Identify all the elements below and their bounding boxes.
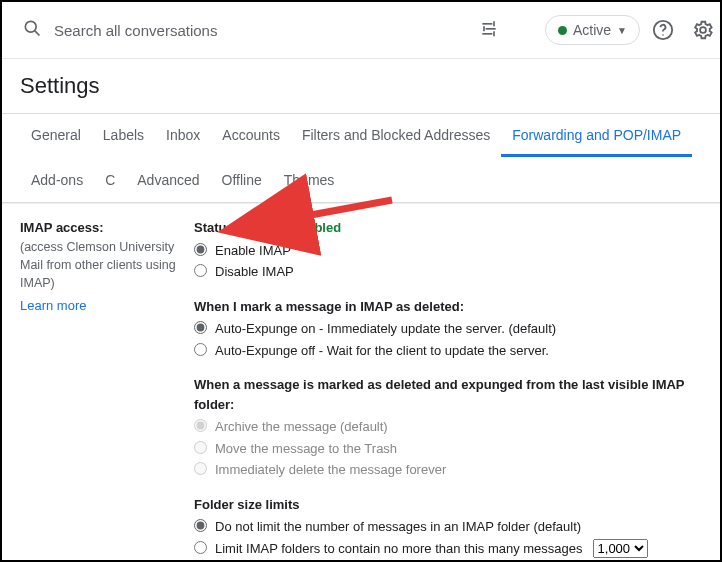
topbar: Active ▼ — [2, 2, 720, 59]
tab-c[interactable]: C — [94, 159, 126, 202]
svg-point-0 — [25, 21, 36, 32]
imap-delete-option[interactable]: Auto-Expunge on - Immediately update the… — [194, 318, 702, 340]
learn-more-link[interactable]: Learn more — [20, 296, 86, 316]
imap-folder-options: Do not limit the number of messages in a… — [194, 516, 702, 559]
delete-heading: When I mark a message in IMAP as deleted… — [194, 297, 702, 317]
folder-limit-select[interactable]: 1,000 — [593, 539, 648, 558]
settings-button[interactable] — [686, 13, 720, 47]
expunge-heading: When a message is marked as deleted and … — [194, 375, 702, 414]
imap-settings-panel: Status: IMAP is enabled Enable IMAPDisab… — [194, 218, 702, 562]
tab-inbox[interactable]: Inbox — [155, 114, 211, 157]
imap-delete-radio[interactable] — [194, 321, 207, 334]
imap-enable-option[interactable]: Enable IMAP — [194, 240, 702, 262]
imap-folder-label: Limit IMAP folders to contain no more th… — [215, 539, 583, 559]
tab-filters-and-blocked-addresses[interactable]: Filters and Blocked Addresses — [291, 114, 501, 157]
tab-offline[interactable]: Offline — [211, 159, 273, 202]
tab-accounts[interactable]: Accounts — [211, 114, 291, 157]
status-label: Active — [573, 22, 611, 38]
search-box[interactable] — [12, 10, 509, 50]
imap-enable-options: Enable IMAPDisable IMAP — [194, 240, 702, 283]
imap-expunge-radio — [194, 441, 207, 454]
chevron-down-icon: ▼ — [617, 25, 627, 36]
search-options-icon[interactable] — [479, 18, 499, 42]
imap-delete-label: Auto-Expunge on - Immediately update the… — [215, 319, 556, 339]
status-dot-icon — [558, 26, 567, 35]
imap-access-title: IMAP access: — [20, 218, 180, 238]
tab-forwarding-and-pop-imap[interactable]: Forwarding and POP/IMAP — [501, 114, 692, 157]
tab-add-ons[interactable]: Add-ons — [20, 159, 94, 202]
imap-folder-label: Do not limit the number of messages in a… — [215, 517, 581, 537]
tab-labels[interactable]: Labels — [92, 114, 155, 157]
status-active-pill[interactable]: Active ▼ — [545, 15, 640, 45]
imap-side-info: IMAP access: (access Clemson University … — [20, 218, 194, 562]
settings-tabs: GeneralLabelsInboxAccountsFilters and Bl… — [2, 113, 720, 203]
imap-delete-label: Auto-Expunge off - Wait for the client t… — [215, 341, 549, 361]
settings-content: IMAP access: (access Clemson University … — [2, 203, 720, 562]
imap-expunge-label: Move the message to the Trash — [215, 439, 397, 459]
help-button[interactable] — [646, 13, 680, 47]
svg-point-9 — [662, 34, 664, 36]
tab-themes[interactable]: Themes — [273, 159, 346, 202]
status-value: IMAP is enabled — [242, 220, 341, 235]
folder-heading: Folder size limits — [194, 495, 702, 515]
search-icon — [22, 18, 42, 42]
tab-general[interactable]: General — [20, 114, 92, 157]
imap-expunge-radio — [194, 462, 207, 475]
imap-enable-radio[interactable] — [194, 243, 207, 256]
imap-enable-radio[interactable] — [194, 264, 207, 277]
imap-enable-label: Disable IMAP — [215, 262, 294, 282]
tab-advanced[interactable]: Advanced — [126, 159, 210, 202]
imap-delete-option[interactable]: Auto-Expunge off - Wait for the client t… — [194, 340, 702, 362]
imap-expunge-label: Archive the message (default) — [215, 417, 388, 437]
svg-line-1 — [35, 31, 40, 36]
window-frame: { "topbar": { "search_placeholder": "Sea… — [0, 0, 722, 562]
search-input[interactable] — [52, 21, 479, 40]
imap-delete-radio[interactable] — [194, 343, 207, 356]
page-title: Settings — [2, 59, 720, 113]
status-label: Status: — [194, 220, 238, 235]
imap-status-line: Status: IMAP is enabled — [194, 218, 702, 238]
imap-folder-radio[interactable] — [194, 519, 207, 532]
imap-folder-radio[interactable] — [194, 541, 207, 554]
svg-point-10 — [700, 27, 706, 33]
imap-access-description: (access Clemson University Mail from oth… — [20, 238, 180, 292]
imap-delete-options: Auto-Expunge on - Immediately update the… — [194, 318, 702, 361]
imap-expunge-option: Move the message to the Trash — [194, 438, 702, 460]
imap-enable-label: Enable IMAP — [215, 241, 291, 261]
imap-expunge-option: Archive the message (default) — [194, 416, 702, 438]
imap-folder-option[interactable]: Do not limit the number of messages in a… — [194, 516, 702, 538]
imap-expunge-radio — [194, 419, 207, 432]
imap-expunge-label: Immediately delete the message forever — [215, 460, 446, 480]
imap-folder-option[interactable]: Limit IMAP folders to contain no more th… — [194, 538, 702, 560]
imap-enable-option[interactable]: Disable IMAP — [194, 261, 702, 283]
imap-expunge-options: Archive the message (default)Move the me… — [194, 416, 702, 481]
imap-expunge-option: Immediately delete the message forever — [194, 459, 702, 481]
